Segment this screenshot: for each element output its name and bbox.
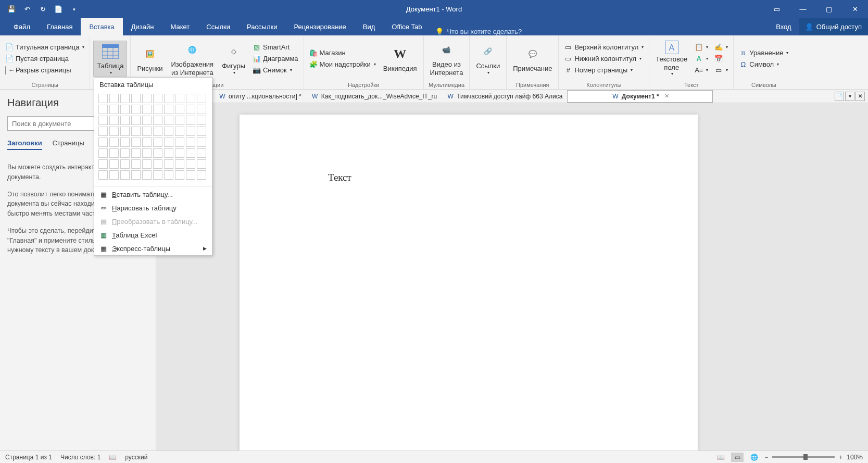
table-grid-cell[interactable] [186,94,195,103]
table-grid-cell[interactable] [153,94,162,103]
datetime-button[interactable]: 📅 [712,54,730,64]
draw-table-item[interactable]: ✏Нарисовать таблицу [94,201,212,215]
table-grid-cell[interactable] [197,170,206,180]
links-button[interactable]: 🔗Ссылки▾ [473,41,503,76]
header-button[interactable]: ▭Верхний колонтитул▾ [562,42,646,53]
tab-design[interactable]: Дизайн [123,18,162,35]
save-icon[interactable]: 💾 [4,2,19,17]
nav-tab-pages[interactable]: Страницы [53,139,84,150]
table-grid-cell[interactable] [109,148,119,158]
table-grid-cell[interactable] [153,127,162,136]
table-grid-cell[interactable] [131,94,141,103]
signature-button[interactable]: ✍▾ [712,42,730,53]
table-grid-cell[interactable] [153,116,162,125]
table-button[interactable]: Таблица ▾ [93,41,127,77]
table-grid-cell[interactable] [186,148,195,158]
table-grid-cell[interactable] [131,105,141,114]
zoom-in-icon[interactable]: + [839,454,842,461]
table-grid-cell[interactable] [120,127,130,136]
maximize-icon[interactable]: ▢ [816,0,842,18]
status-lang[interactable]: русский [125,454,147,461]
textbox-button[interactable]: AТекстовое поле▾ [652,40,690,78]
table-grid-cell[interactable] [131,116,141,125]
wikipedia-button[interactable]: WВикипедия [380,44,420,74]
table-grid-cell[interactable] [197,127,206,136]
table-grid-cell[interactable] [153,148,162,158]
status-words[interactable]: Число слов: 1 [60,454,100,461]
table-grid-cell[interactable] [120,170,130,180]
touch-mode-icon[interactable]: 📄 [51,2,66,17]
table-grid-cell[interactable] [197,159,206,169]
table-grid-cell[interactable] [120,116,130,125]
close-icon[interactable]: ✕ [842,0,868,18]
insert-table-item[interactable]: ▦Вставить таблицу... [94,187,212,201]
table-grid-cell[interactable] [120,94,130,103]
table-grid-cell[interactable] [186,137,195,147]
table-grid-cell[interactable] [164,116,173,125]
tab-insert[interactable]: Вставка [81,18,122,35]
object-button[interactable]: ▭▾ [712,65,730,76]
table-grid-cell[interactable] [98,127,108,136]
undo-icon[interactable]: ↶ [20,2,34,17]
doc-tab-active[interactable]: WДокумент1 *✕ [567,90,713,103]
screenshot-button[interactable]: 📷Снимок▾ [250,65,300,76]
table-grid-cell[interactable] [98,137,108,147]
table-grid-cell[interactable] [109,116,119,125]
table-grid-cell[interactable] [142,127,152,136]
table-grid-cell[interactable] [197,148,206,158]
comment-button[interactable]: 💬Примечание [510,44,555,74]
shapes-button[interactable]: ◇Фигуры▾ [219,41,248,76]
table-grid-cell[interactable] [142,94,152,103]
table-grid-cell[interactable] [175,159,184,169]
my-addins-button[interactable]: 🧩Мои надстройки▾ [307,59,378,70]
table-grid-cell[interactable] [164,105,173,114]
tab-home[interactable]: Главная [39,18,81,35]
web-layout-icon[interactable]: 🌐 [748,453,760,462]
table-grid-cell[interactable] [109,105,119,114]
zoom-slider[interactable] [772,456,835,458]
table-grid-cell[interactable] [120,148,130,158]
tab-layout[interactable]: Макет [162,18,198,35]
table-grid-cell[interactable] [98,94,108,103]
table-grid-cell[interactable] [142,170,152,180]
table-grid-cell[interactable] [186,105,195,114]
table-grid-cell[interactable] [131,170,141,180]
doc-tab[interactable]: WТимчасовий доступ лайф 663 Алиса [442,90,567,103]
table-grid-cell[interactable] [197,105,206,114]
tab-office-tab[interactable]: Office Tab [383,18,430,35]
table-grid-cell[interactable] [153,159,162,169]
tell-me-search[interactable]: 💡 Что вы хотите сделать? [430,28,527,35]
table-grid-cell[interactable] [109,94,119,103]
table-grid-cell[interactable] [131,159,141,169]
table-grid-cell[interactable] [142,137,152,147]
table-grid-cell[interactable] [175,105,184,114]
tab-review[interactable]: Рецензирование [285,18,354,35]
table-grid-cell[interactable] [164,94,173,103]
qat-more-icon[interactable]: ▾ [67,2,81,17]
status-page[interactable]: Страница 1 из 1 [5,454,52,461]
table-grid-cell[interactable] [164,148,173,158]
close-tab-icon[interactable]: ✕ [664,93,669,99]
table-grid-cell[interactable] [186,159,195,169]
table-grid-cell[interactable] [109,127,119,136]
share-button[interactable]: 👤 Общий доступ [799,18,868,35]
dropcap-button[interactable]: A≡▾ [693,65,710,76]
excel-table-item[interactable]: ▦Таблица Excel [94,228,212,242]
zoom-out-icon[interactable]: − [764,454,768,461]
table-grid-cell[interactable] [153,137,162,147]
table-grid-cell[interactable] [175,148,184,158]
table-grid-cell[interactable] [98,116,108,125]
quick-tables-item[interactable]: ▦Экспресс-таблицы▶ [94,242,212,255]
table-grid-cell[interactable] [142,116,152,125]
nav-tab-headings[interactable]: Заголовки [7,139,42,150]
table-grid-cell[interactable] [120,159,130,169]
spellcheck-icon[interactable]: 📖 [109,454,117,461]
tab-file[interactable]: Файл [5,18,39,35]
quickparts-button[interactable]: 📋▾ [693,42,710,53]
table-grid-cell[interactable] [98,105,108,114]
close-all-icon[interactable]: ✕ [856,92,865,101]
table-grid-cell[interactable] [131,148,141,158]
table-grid-cell[interactable] [131,137,141,147]
tab-menu-icon[interactable]: ▾ [845,92,854,101]
redo-icon[interactable]: ↻ [35,2,50,17]
